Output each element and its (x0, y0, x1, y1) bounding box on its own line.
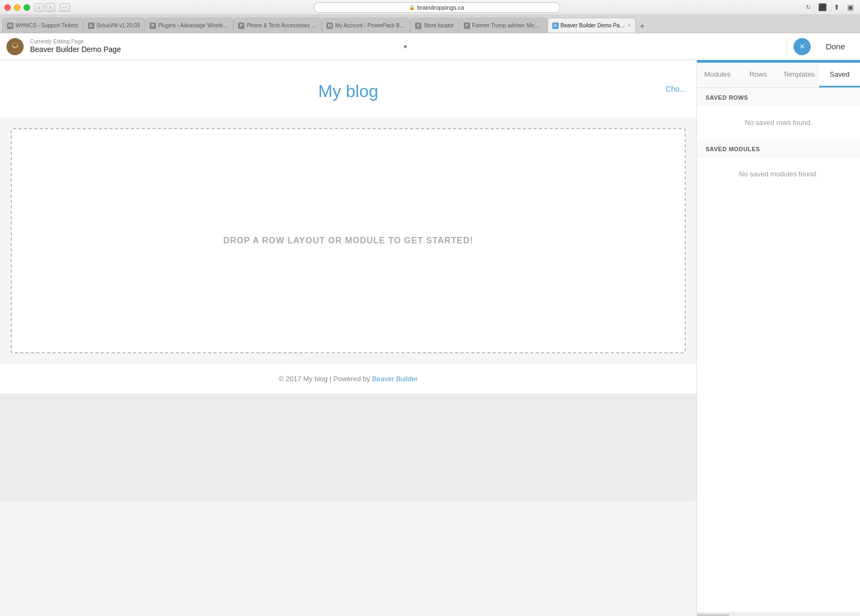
done-button[interactable]: Done (817, 39, 854, 54)
close-window-button[interactable] (4, 4, 11, 11)
maximize-window-button[interactable] (24, 4, 30, 11)
builder-toolbar: Currently Editing Page Beaver Builder De… (0, 33, 860, 60)
tab-favicon-myaccount: M (327, 23, 333, 29)
panel-scrollbar[interactable] (697, 612, 860, 616)
tab-favicon-trump: F (464, 23, 470, 29)
forward-button[interactable]: › (46, 3, 55, 12)
main-area: Currently Editing Page Beaver Builder De… (0, 33, 860, 616)
lock-icon: 🔒 (409, 5, 415, 10)
footer-text: © 2017 My blog | Powered by (279, 375, 372, 383)
tab-saved-label: Saved (830, 70, 850, 78)
window-menu-button[interactable]: ⋯ (60, 3, 70, 12)
builder-panel: Modules Rows Templates Saved SAVED ROWS … (696, 60, 860, 616)
tab-myaccount[interactable]: M My Account - PowerPack Be... (322, 18, 410, 33)
tab-templates-label: Templates (783, 70, 814, 78)
tab-whmcs[interactable]: W WHMCS - Support Tickets (2, 18, 83, 33)
address-bar[interactable]: 🔒 braindroppings.ca (314, 2, 560, 13)
tab-templates[interactable]: Templates (779, 63, 819, 87)
traffic-lights (4, 4, 30, 11)
page-name-label: Beaver Builder Demo Page (30, 45, 392, 54)
close-panel-button[interactable]: × (794, 38, 811, 55)
tab-beaver[interactable]: B Beaver Builder Demo Page –... × (547, 18, 636, 33)
tab-rows[interactable]: Rows (738, 63, 779, 87)
blog-header: My blog Cho... (0, 60, 696, 117)
tab-favicon-phone: P (238, 23, 244, 29)
tab-label-solusvm: SolusVM v1.20.03 (97, 23, 140, 28)
page-avatar (6, 38, 24, 55)
url-text: braindroppings.ca (417, 4, 464, 11)
choose-layout-button[interactable]: Cho... (666, 85, 686, 93)
page-dropdown-button[interactable]: ▾ (399, 40, 412, 53)
tab-modules[interactable]: Modules (697, 63, 738, 87)
page-content: My blog Cho... DROP A ROW LAYOUT OR MODU… (0, 60, 860, 616)
extensions-icon[interactable]: ⬛ (817, 3, 828, 12)
tab-favicon-store: S (415, 23, 421, 29)
chrome-frame: ‹ › ⋯ 🔒 braindroppings.ca ↻ ⬛ ⬆ ▣ W WHMC… (0, 0, 860, 616)
drop-zone[interactable]: DROP A ROW LAYOUT OR MODULE TO GET START… (11, 128, 686, 353)
sidebar-icon[interactable]: ▣ (845, 3, 856, 12)
back-button[interactable]: ‹ (34, 3, 44, 12)
saved-modules-empty-message: No saved modules found. (697, 157, 860, 191)
reload-button[interactable]: ↻ (803, 3, 813, 12)
panel-scrollbar-thumb (697, 614, 729, 616)
tab-favicon-plugins: P (150, 23, 156, 29)
tab-label-phone: Phone & Tech Accessories -... (247, 23, 317, 28)
tab-rows-label: Rows (750, 70, 767, 78)
panel-tabs: Modules Rows Templates Saved (697, 63, 860, 88)
tab-label-myaccount: My Account - PowerPack Be... (335, 23, 405, 28)
svg-point-3 (13, 43, 14, 46)
tab-store[interactable]: S Store locator (410, 18, 459, 33)
saved-rows-header: SAVED ROWS (697, 88, 860, 106)
panel-body: SAVED ROWS No saved rows found. SAVED MO… (697, 88, 860, 612)
blog-title: My blog (0, 81, 696, 101)
tab-label-store: Store locator (424, 23, 454, 28)
toolbar-divider (787, 40, 787, 53)
title-bar-right: ⬛ ⬆ ▣ (817, 3, 856, 12)
title-bar: ‹ › ⋯ 🔒 braindroppings.ca ↻ ⬛ ⬆ ▣ (0, 0, 860, 15)
canvas-bottom (0, 394, 696, 501)
share-icon[interactable]: ⬆ (831, 3, 842, 12)
page-info: Currently Editing Page Beaver Builder De… (30, 39, 392, 54)
tab-saved[interactable]: Saved (819, 63, 860, 87)
tab-plugins[interactable]: P Plugins › Advantage Wireles... (145, 18, 233, 33)
drop-zone-text: DROP A ROW LAYOUT OR MODULE TO GET START… (223, 236, 473, 246)
tab-favicon-solusvm: S (88, 23, 94, 29)
tab-favicon-whmcs: W (7, 23, 13, 29)
saved-rows-empty-message: No saved rows found. (697, 106, 860, 139)
tab-label-trump: Former Trump adviser Micha... (472, 23, 543, 28)
tab-modules-label: Modules (704, 70, 730, 78)
tab-bar: W WHMCS - Support Tickets S SolusVM v1.2… (0, 15, 860, 33)
tab-label-plugins: Plugins › Advantage Wireles... (158, 23, 228, 28)
tab-label-whmcs: WHMCS - Support Tickets (16, 23, 78, 28)
minimize-window-button[interactable] (14, 4, 20, 11)
tab-favicon-beaver: B (552, 23, 559, 29)
page-footer: © 2017 My blog | Powered by Beaver Build… (0, 364, 696, 394)
nav-buttons: ‹ › (34, 3, 55, 12)
close-icon: × (799, 42, 804, 51)
canvas-area: My blog Cho... DROP A ROW LAYOUT OR MODU… (0, 60, 696, 616)
tab-trump[interactable]: F Former Trump adviser Micha... (459, 18, 547, 33)
tab-phone[interactable]: P Phone & Tech Accessories -... (233, 18, 322, 33)
tab-label-beaver: Beaver Builder Demo Page –... (561, 23, 626, 28)
svg-point-4 (16, 43, 18, 46)
currently-editing-label: Currently Editing Page (30, 39, 392, 45)
saved-modules-header: SAVED MODULES (697, 139, 860, 157)
tab-close-icon[interactable]: × (628, 23, 631, 28)
address-bar-container: 🔒 braindroppings.ca (75, 2, 799, 13)
footer-link[interactable]: Beaver Builder (372, 375, 418, 383)
new-tab-button[interactable]: + (636, 20, 649, 33)
tab-solusvm[interactable]: S SolusVM v1.20.03 (83, 18, 145, 33)
